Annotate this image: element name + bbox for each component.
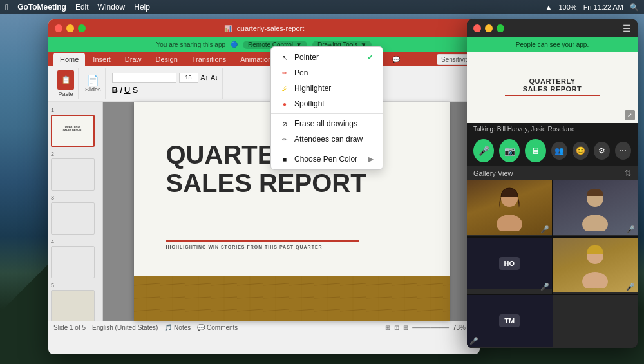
- underline-button[interactable]: U: [124, 85, 131, 95]
- menu-item-pen[interactable]: ✏ Pen: [271, 65, 383, 81]
- mini-slide-1: QUARTERLYSALES REPORT WIN STORIES: [52, 116, 93, 146]
- increase-font[interactable]: A↑: [201, 74, 209, 81]
- strikethrough-button[interactable]: S: [133, 85, 138, 95]
- slide-thumb-4[interactable]: 4: [51, 238, 100, 278]
- participant-3-initials: HO: [499, 257, 520, 270]
- menu-window[interactable]: Window: [98, 3, 126, 12]
- menu-edit[interactable]: Edit: [75, 3, 89, 12]
- people-button[interactable]: 👥: [551, 142, 567, 160]
- clock: Fri 11:22 AM: [583, 3, 623, 11]
- pen-color-icon: ■: [280, 155, 289, 164]
- comments-status[interactable]: 💬 Comments: [197, 324, 238, 331]
- drawing-tools-dropdown: ↖ Pointer ✓ ✏ Pen 🖊 Highlighter ● Spotli…: [270, 46, 383, 170]
- slide-red-line: [166, 240, 359, 242]
- menu-item-pen-color[interactable]: ■ Choose Pen Color ▶: [271, 151, 383, 167]
- close-button[interactable]: [55, 24, 62, 32]
- dropdown-divider-2: [271, 149, 383, 149]
- gallery-view-toggle-icon[interactable]: ⇅: [625, 169, 631, 178]
- gtm-maximize-button[interactable]: [497, 24, 504, 32]
- more-button[interactable]: ⋯: [615, 142, 631, 160]
- slide-thumb-1[interactable]: 1 QUARTERLYSALES REPORT WIN STORIES: [51, 107, 100, 147]
- erase-icon: ⊘: [280, 119, 289, 128]
- slide-num-3: 3: [51, 195, 100, 201]
- screen-share-button[interactable]: 🖥: [525, 139, 545, 162]
- comments-button[interactable]: 💬 Comments: [392, 56, 433, 63]
- menu-item-attendees-draw[interactable]: ✏ Attendees can draw: [271, 131, 383, 147]
- wifi-icon: ▲: [545, 3, 553, 11]
- menu-item-spotlight[interactable]: ● Spotlight: [271, 96, 383, 111]
- attendees-draw-label: Attendees can draw: [294, 135, 374, 144]
- ppt-title: quarterly-sales-report: [237, 24, 305, 32]
- participants-grid: 🎤 🎤 HO 🎤: [467, 180, 638, 348]
- dropdown-divider-1: [271, 113, 383, 114]
- mic-button[interactable]: 🎤: [473, 139, 494, 162]
- ribbon-toolbar: 📋 Paste 📄 Slides 18 A↑ A↓ B I: [48, 66, 480, 102]
- mini-sub-1: WIN STORIES: [68, 134, 78, 136]
- gtm-slide-content: QUARTERLY SALES REPORT: [467, 52, 638, 123]
- gtm-minimize-button[interactable]: [485, 24, 493, 32]
- tab-home[interactable]: Home: [53, 53, 85, 66]
- slide-thumb-3[interactable]: 3: [51, 195, 100, 235]
- screen-icon: 🖥: [531, 146, 540, 156]
- hamburger-icon[interactable]: ☰: [623, 23, 631, 34]
- camera-button[interactable]: 📷: [499, 139, 520, 162]
- gtm-slide-title-2: SALES REPORT: [523, 85, 582, 93]
- tab-design[interactable]: Design: [149, 53, 184, 66]
- zoom-slider[interactable]: ────────: [412, 324, 449, 331]
- slide-wood-floor: [134, 276, 450, 321]
- gtm-slide-preview: QUARTERLY SALES REPORT ⤢: [467, 52, 638, 123]
- gtm-notification-bar: People can see your app.: [467, 37, 638, 52]
- slide-image-3: [51, 202, 95, 235]
- menu-help[interactable]: Help: [134, 3, 150, 12]
- font-group: 18 A↑ A↓ B I U S: [108, 68, 223, 99]
- gotomeeting-panel: ☰ People can see your app. QUARTERLY SAL…: [467, 19, 638, 348]
- view-normal[interactable]: ⊞: [385, 324, 390, 331]
- font-size-input[interactable]: 18: [179, 73, 198, 83]
- participant-cell-5: TM 🎤: [467, 295, 638, 348]
- slide-thumb-5[interactable]: 5: [51, 282, 100, 321]
- participant-cell-4: 🎤: [553, 238, 638, 294]
- tab-draw[interactable]: Draw: [118, 53, 148, 66]
- highlighter-label: Highlighter: [294, 84, 374, 93]
- tab-insert[interactable]: Insert: [86, 53, 117, 66]
- decrease-font[interactable]: A↓: [211, 74, 218, 81]
- maximize-button[interactable]: [78, 24, 86, 32]
- gallery-view-label: Gallery View: [473, 169, 513, 177]
- tab-transitions[interactable]: Transitions: [185, 53, 232, 66]
- comments-label: Comments: [402, 56, 433, 63]
- expand-slide-button[interactable]: ⤢: [625, 110, 635, 120]
- menu-item-pointer[interactable]: ↖ Pointer ✓: [271, 50, 383, 65]
- settings-button[interactable]: ⚙: [594, 142, 610, 160]
- gtm-close-button[interactable]: [473, 24, 481, 32]
- person-silhouette-1: [493, 186, 526, 231]
- clipboard-group: 📋 Paste: [53, 68, 79, 99]
- talking-text: Talking: Bill Harvey, Josie Roseland: [473, 126, 575, 133]
- menubar-left:  GoToMeeting Edit Window Help: [5, 2, 150, 12]
- view-grid[interactable]: ⊟: [403, 324, 408, 331]
- participant-cell-2: 🎤: [553, 180, 638, 236]
- ppt-statusbar: Slide 1 of 5 English (United States) 🎵 N…: [48, 321, 480, 334]
- slide-num-2: 2: [51, 151, 100, 157]
- slide-subtitle: HIGHLIGHTING WIN STORIES FROM THIS PAST …: [166, 245, 323, 249]
- person-silhouette-2: [579, 186, 611, 231]
- italic-button[interactable]: I: [120, 85, 122, 95]
- new-slide-btn[interactable]: 📄 Slides: [85, 74, 101, 93]
- participant-video-2: [553, 180, 638, 235]
- slide-thumb-2[interactable]: 2: [51, 151, 100, 191]
- menu-item-highlighter[interactable]: 🖊 Highlighter: [271, 81, 383, 96]
- emoji-button[interactable]: 😊: [573, 142, 589, 160]
- participant-video-1: [467, 180, 552, 235]
- mini-line-1: [57, 133, 88, 133]
- spotlight-icon[interactable]: 🔍: [630, 3, 639, 12]
- pen-color-label: Choose Pen Color: [294, 155, 363, 164]
- menu-item-erase[interactable]: ⊘ Erase all drawings: [271, 116, 383, 131]
- app-menu-gotomeeting[interactable]: GoToMeeting: [17, 3, 66, 12]
- notes-button[interactable]: 🎵 Notes: [164, 324, 191, 331]
- minimize-button[interactable]: [66, 24, 74, 32]
- slide-count: Slide 1 of 5: [53, 324, 86, 331]
- apple-menu[interactable]: : [5, 2, 8, 12]
- participant-initials-3: HO: [467, 238, 552, 289]
- bold-button[interactable]: B: [112, 85, 118, 95]
- font-name-input[interactable]: [112, 73, 176, 83]
- view-outline[interactable]: ⊡: [394, 324, 399, 331]
